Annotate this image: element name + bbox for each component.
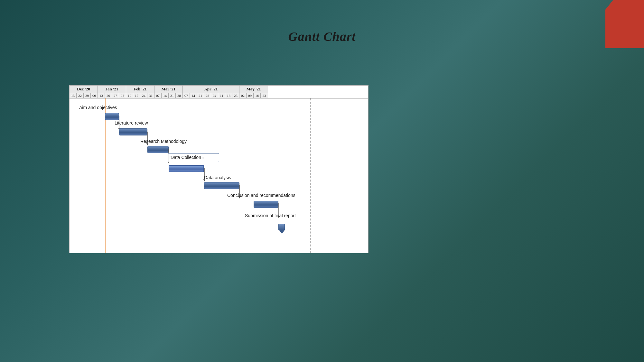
week-28b: 28 xyxy=(204,93,211,98)
week-02: 02 xyxy=(239,93,247,98)
week-14a: 14 xyxy=(162,93,169,98)
task-bar-datacoll xyxy=(169,165,204,172)
week-22: 22 xyxy=(77,93,84,98)
submission-arrow-down xyxy=(279,230,285,234)
task-label-analysis: Data analysis xyxy=(204,175,231,180)
week-07a: 07 xyxy=(154,93,162,98)
week-03: 03 xyxy=(119,93,126,98)
week-23: 23 xyxy=(261,93,268,98)
week-25: 25 xyxy=(232,93,239,98)
months-header-row: Dec '20 Jan '21 Feb '21 Mar '21 Apr '21 … xyxy=(70,86,368,93)
dashed-vertical-line xyxy=(310,98,311,253)
task-bar-analysis xyxy=(204,182,239,189)
task-label-lit: Literature review xyxy=(115,120,148,125)
task-label-submission: Submission of final report xyxy=(245,213,296,218)
week-17: 17 xyxy=(133,93,140,98)
week-20: 20 xyxy=(105,93,112,98)
task-bar-lit xyxy=(119,128,147,135)
week-21a: 21 xyxy=(169,93,176,98)
red-corner-decoration xyxy=(605,0,644,48)
week-13: 13 xyxy=(98,93,105,98)
task-label-conclusion: Conclusion and recommendations xyxy=(227,193,295,198)
month-apr21: Apr '21 xyxy=(183,86,239,93)
week-16: 16 xyxy=(254,93,261,98)
task-bar-meth xyxy=(147,146,169,153)
week-18: 18 xyxy=(225,93,232,98)
week-14b: 14 xyxy=(190,93,197,98)
chart-body: Aim and objectives Literature review Res… xyxy=(70,98,368,253)
week-15: 15 xyxy=(70,93,77,98)
week-28a: 28 xyxy=(176,93,183,98)
task-bar-aim xyxy=(105,113,119,120)
weeks-header-row: 15 22 29 06 13 20 27 03 10 17 24 31 07 1… xyxy=(70,93,368,98)
week-04: 04 xyxy=(211,93,218,98)
page-title: Gantt Chart xyxy=(0,0,644,44)
month-may21: May '21 xyxy=(239,86,268,93)
month-jan21: Jan '21 xyxy=(98,86,126,93)
week-09: 09 xyxy=(247,93,254,98)
task-bar-conclusion xyxy=(254,201,278,208)
week-21b: 21 xyxy=(197,93,204,98)
task-bar-submission xyxy=(278,224,285,230)
orange-vertical-line xyxy=(105,98,106,253)
month-mar21: Mar '21 xyxy=(154,86,183,93)
week-06: 06 xyxy=(91,93,98,98)
task-label-aim: Aim and objectives xyxy=(79,105,117,110)
week-10: 10 xyxy=(126,93,133,98)
week-24: 24 xyxy=(140,93,147,98)
week-27: 27 xyxy=(112,93,119,98)
month-dec20: Dec '20 xyxy=(70,86,98,93)
data-collection-label: Data Collection xyxy=(171,155,201,160)
week-29: 29 xyxy=(84,93,91,98)
data-collection-box: Data Collection xyxy=(168,153,219,162)
month-feb21: Feb '21 xyxy=(126,86,154,93)
week-07b: 07 xyxy=(183,93,190,98)
week-31: 31 xyxy=(147,93,154,98)
task-label-meth: Research Methodology xyxy=(140,139,187,144)
week-11: 11 xyxy=(218,93,225,98)
gantt-chart: Dec '20 Jan '21 Feb '21 Mar '21 Apr '21 … xyxy=(69,85,369,253)
